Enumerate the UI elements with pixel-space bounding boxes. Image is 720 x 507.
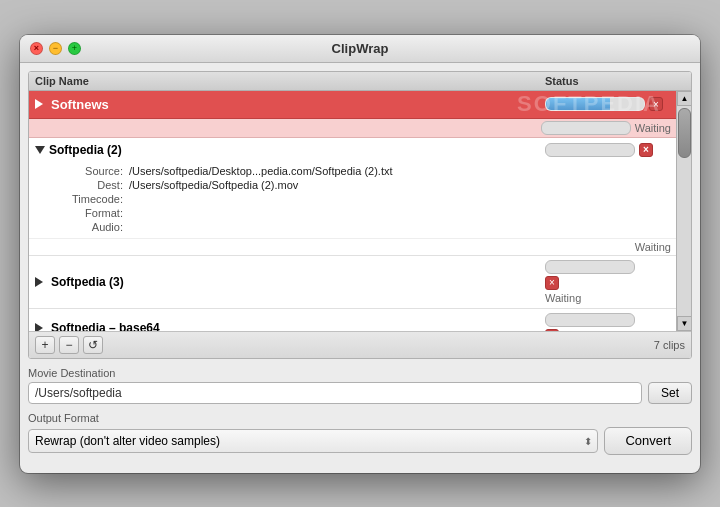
clip-row-softnews[interactable]: Softnews SOFTPEDIA × [29, 91, 691, 119]
clips-count: 7 clips [654, 339, 685, 351]
add-clip-button[interactable]: + [35, 336, 55, 354]
detail-row-audio: Audio: [59, 220, 691, 234]
detail-row-format: Format: [59, 206, 691, 220]
softnews-waiting-row: Waiting [29, 119, 691, 138]
clip-list-container: Clip Name Status Softnews SOFTPEDIA [28, 71, 692, 359]
source-value: /Users/softpedia/Desktop...pedia.com/Sof… [129, 165, 393, 177]
softpedia2-header[interactable]: Softpedia (2) × [29, 138, 691, 162]
softnews-status-area: × [545, 97, 685, 111]
refresh-button[interactable]: ↺ [83, 336, 103, 354]
scroll-up-button[interactable]: ▲ [677, 91, 691, 106]
header-status: Status [545, 75, 685, 87]
softpedia2-waiting-row: Waiting [29, 238, 691, 255]
softnews-progress-bar [545, 97, 645, 111]
clip-row-softpedia2: Softpedia (2) × Source: /Users/softpedia… [29, 138, 691, 256]
main-content: Clip Name Status Softnews SOFTPEDIA [20, 71, 700, 473]
refresh-icon: ↺ [88, 338, 98, 352]
scroll-thumb[interactable] [678, 108, 691, 158]
title-bar: × − + ClipWrap [20, 35, 700, 63]
softpedia3-status-side: × Waiting [545, 260, 685, 304]
add-icon: + [41, 338, 48, 352]
clip-row-softpedia-base64[interactable]: Softpedia – base64 × [29, 309, 691, 331]
destination-section: Movie Destination /Users/softpedia Set [28, 367, 692, 404]
audio-label: Audio: [59, 221, 129, 233]
softpedia2-details: Source: /Users/softpedia/Desktop...pedia… [29, 162, 691, 238]
softpedia3-close-btn[interactable]: × [545, 276, 559, 290]
softpedia2-status-side: × [545, 143, 685, 157]
scroll-down-button[interactable]: ▼ [677, 316, 691, 331]
softpedia-base64-label: Softpedia – base64 [35, 321, 545, 331]
softpedia3-waiting-text: Waiting [545, 292, 581, 304]
maximize-button[interactable]: + [68, 42, 81, 55]
timecode-label: Timecode: [59, 193, 129, 205]
output-format-label: Output Format [28, 412, 692, 424]
softpedia2-bar [545, 143, 635, 157]
softpedia2-name: Softpedia (2) [49, 143, 122, 157]
softpedia3-label: Softpedia (3) [35, 275, 545, 289]
clip-toolbar: + − ↺ 7 clips [29, 331, 691, 358]
detail-row-timecode: Timecode: [59, 192, 691, 206]
softpedia2-waiting-text: Waiting [635, 241, 671, 253]
clip-scroll-area[interactable]: Softnews SOFTPEDIA × Waiting [29, 91, 691, 331]
bottom-section: Movie Destination /Users/softpedia Set O… [20, 359, 700, 473]
remove-icon: − [65, 338, 72, 352]
format-select-wrapper: Rewrap (don't alter video samples) Trans… [28, 429, 598, 453]
window-title: ClipWrap [332, 41, 389, 56]
minimize-button[interactable]: − [49, 42, 62, 55]
softnews-progress-fill [546, 98, 610, 110]
source-label: Source: [59, 165, 129, 177]
detail-row-dest: Dest: /Users/softpedia/Softpedia (2).mov [59, 178, 691, 192]
destination-row: /Users/softpedia Set [28, 382, 692, 404]
format-row: Rewrap (don't alter video samples) Trans… [28, 427, 692, 455]
expand-arrow-softpedia2 [35, 146, 45, 154]
minimize-icon: − [53, 43, 58, 53]
dest-value: /Users/softpedia/Softpedia (2).mov [129, 179, 298, 191]
softnews-waiting-text: Waiting [635, 122, 671, 134]
scrollbar[interactable]: ▲ ▼ [676, 91, 691, 331]
base64-bar [545, 313, 635, 327]
expand-arrow-softpedia3 [35, 277, 43, 287]
close-button[interactable]: × [30, 42, 43, 55]
clip-list-header: Clip Name Status [29, 72, 691, 91]
format-label: Format: [59, 207, 129, 219]
base64-status-side: × [545, 313, 685, 331]
clip-row-softpedia3[interactable]: Softpedia (3) × Waiting [29, 256, 691, 309]
set-button[interactable]: Set [648, 382, 692, 404]
softnews-label: Softnews [35, 97, 545, 112]
convert-button[interactable]: Convert [604, 427, 692, 455]
destination-path: /Users/softpedia [28, 382, 642, 404]
dest-label: Dest: [59, 179, 129, 191]
destination-label: Movie Destination [28, 367, 692, 379]
expand-arrow-softnews [35, 99, 43, 109]
format-select[interactable]: Rewrap (don't alter video samples) Trans… [28, 429, 598, 453]
detail-row-source: Source: /Users/softpedia/Desktop...pedia… [59, 164, 691, 178]
output-format-section: Output Format Rewrap (don't alter video … [28, 412, 692, 455]
softnews-close-btn[interactable]: × [649, 97, 663, 111]
remove-clip-button[interactable]: − [59, 336, 79, 354]
scroll-track [677, 106, 691, 316]
softnews-waiting-bar [541, 121, 631, 135]
window-controls: × − + [30, 42, 81, 55]
app-window: × − + ClipWrap Clip Name Status [20, 35, 700, 473]
maximize-icon: + [72, 43, 77, 53]
softpedia3-bar [545, 260, 635, 274]
expand-arrow-base64 [35, 323, 43, 331]
header-clip-name: Clip Name [35, 75, 545, 87]
base64-close-btn[interactable]: × [545, 329, 559, 331]
close-icon: × [34, 43, 39, 53]
softpedia2-close-btn[interactable]: × [639, 143, 653, 157]
